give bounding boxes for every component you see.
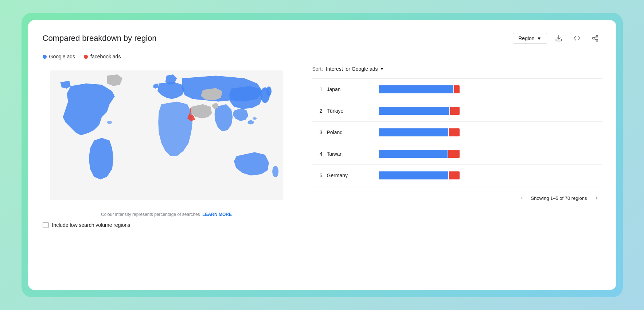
checkbox-row: Include low search volume regions	[43, 222, 290, 228]
colour-note: Colour intensity represents percentage o…	[43, 212, 290, 217]
region-name: Taiwan	[327, 151, 374, 157]
chevron-right-icon	[594, 195, 600, 201]
bar-blue	[379, 150, 448, 158]
bar-container	[379, 107, 602, 115]
region-name: Poland	[327, 129, 374, 135]
svg-point-7	[107, 121, 112, 124]
bar-container	[379, 128, 602, 136]
region-rank: 5	[312, 173, 323, 178]
sort-label: Sort:	[312, 66, 323, 72]
region-button-label: Region	[518, 35, 534, 41]
bar-container	[379, 171, 602, 179]
card: Compared breakdown by region Region ▼	[28, 20, 616, 290]
left-panel: Colour intensity represents percentage o…	[43, 66, 290, 228]
bar-red	[449, 128, 460, 136]
bar-blue	[379, 85, 453, 93]
table-row: 5 Germany	[312, 165, 602, 186]
bar-red	[449, 171, 460, 179]
bar-container	[379, 150, 602, 158]
legend-item-facebook-ads: facebook ads	[84, 54, 121, 59]
svg-line-4	[594, 39, 596, 40]
right-panel: Sort: Interest for Google ads ▾ 1 Japan …	[290, 66, 602, 228]
bar-blue	[379, 171, 448, 179]
region-name: Türkiye	[327, 108, 374, 114]
share-button[interactable]	[589, 32, 602, 45]
bar-container	[379, 85, 602, 93]
outer-wrapper: Compared breakdown by region Region ▼	[22, 13, 623, 297]
pagination-text: Showing 1–5 of 70 regions	[531, 195, 587, 201]
embed-icon	[573, 35, 581, 42]
region-name: Japan	[327, 86, 374, 92]
main-content: Colour intensity represents percentage o…	[43, 66, 602, 228]
table-row: 3 Poland	[312, 122, 602, 143]
region-rank: 2	[312, 108, 323, 114]
region-rank: 3	[312, 129, 323, 135]
learn-more-link[interactable]: LEARN MORE	[202, 212, 232, 217]
header-row: Compared breakdown by region Region ▼	[43, 32, 602, 45]
sort-row: Sort: Interest for Google ads ▾	[312, 66, 602, 72]
share-icon	[592, 35, 599, 42]
table-row: 4 Taiwan	[312, 143, 602, 165]
svg-line-5	[594, 36, 596, 38]
region-button[interactable]: Region ▼	[513, 33, 547, 44]
region-rank: 4	[312, 151, 323, 157]
colour-note-text: Colour intensity represents percentage o…	[101, 212, 200, 217]
legend-item-google-ads: Google ads	[43, 54, 75, 59]
map-footer: Colour intensity represents percentage o…	[43, 212, 290, 228]
region-list: 1 Japan 2 Türkiye 3 Poland 4 Taiwan	[312, 78, 602, 186]
download-icon	[555, 35, 562, 42]
next-page-button[interactable]	[592, 193, 602, 203]
region-name: Germany	[327, 173, 374, 178]
bar-red	[454, 85, 460, 93]
svg-point-12	[272, 166, 278, 177]
header-actions: Region ▼	[513, 32, 601, 45]
region-rank: 1	[312, 86, 323, 92]
low-volume-checkbox[interactable]	[43, 222, 48, 228]
region-chevron-icon: ▼	[537, 36, 542, 41]
chevron-left-icon	[519, 195, 524, 201]
page-title: Compared breakdown by region	[43, 34, 157, 43]
embed-button[interactable]	[570, 32, 583, 45]
download-button[interactable]	[552, 32, 565, 45]
prev-page-button[interactable]	[516, 193, 527, 203]
pagination-row: Showing 1–5 of 70 regions	[312, 193, 602, 203]
bar-red	[450, 107, 460, 115]
world-map-svg	[50, 66, 283, 205]
table-row: 1 Japan	[312, 79, 602, 100]
facebook-ads-dot	[84, 55, 88, 59]
checkbox-label: Include low search volume regions	[52, 222, 130, 228]
sort-value: Interest for Google ads	[326, 66, 378, 72]
google-ads-label: Google ads	[49, 54, 75, 59]
svg-point-11	[266, 86, 271, 96]
table-row: 2 Türkiye	[312, 100, 602, 122]
bar-blue	[379, 107, 449, 115]
map-container	[50, 66, 283, 205]
svg-point-8	[247, 120, 254, 124]
google-ads-dot	[43, 55, 47, 59]
facebook-ads-label: facebook ads	[90, 54, 121, 59]
bar-red	[448, 150, 460, 158]
svg-point-9	[253, 117, 257, 120]
legend-row: Google ads facebook ads	[43, 54, 602, 59]
bar-blue	[379, 128, 448, 136]
sort-chevron-icon[interactable]: ▾	[381, 66, 383, 71]
